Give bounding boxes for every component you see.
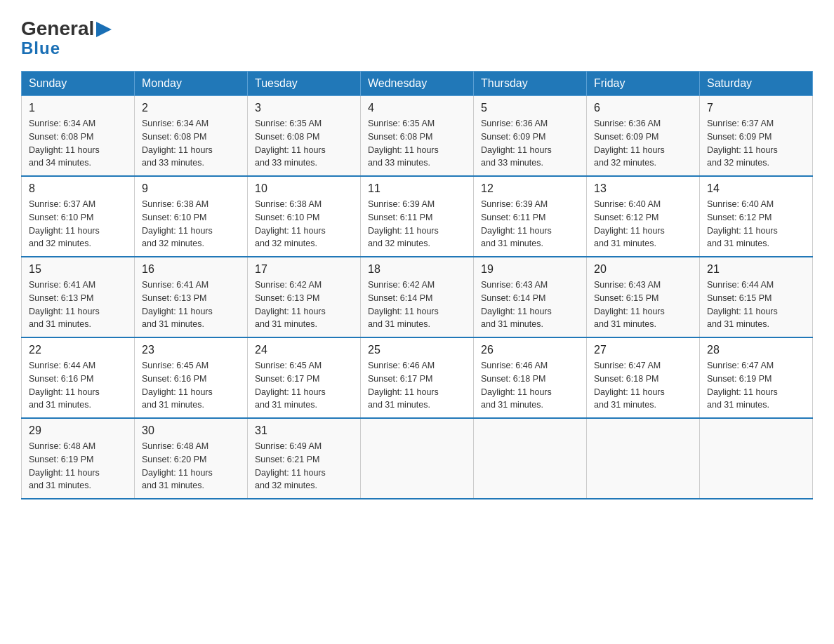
logo-general: General xyxy=(21,18,94,40)
day-info: Sunrise: 6:37 AMSunset: 6:09 PMDaylight:… xyxy=(707,117,805,170)
logo-line1: General xyxy=(21,18,112,40)
weekday-header-wednesday: Wednesday xyxy=(361,72,474,96)
day-info: Sunrise: 6:44 AMSunset: 6:15 PMDaylight:… xyxy=(707,279,805,331)
day-info: Sunrise: 6:43 AMSunset: 6:15 PMDaylight:… xyxy=(594,279,692,331)
day-info: Sunrise: 6:35 AMSunset: 6:08 PMDaylight:… xyxy=(368,117,466,170)
day-number: 7 xyxy=(707,102,805,114)
day-number: 21 xyxy=(707,263,805,276)
day-info: Sunrise: 6:40 AMSunset: 6:12 PMDaylight:… xyxy=(594,198,692,250)
calendar-cell: 27 Sunrise: 6:47 AMSunset: 6:18 PMDaylig… xyxy=(587,337,700,418)
day-info: Sunrise: 6:47 AMSunset: 6:19 PMDaylight:… xyxy=(707,359,805,412)
day-number: 20 xyxy=(594,263,692,276)
weekday-header-row: SundayMondayTuesdayWednesdayThursdayFrid… xyxy=(22,72,813,96)
day-number: 31 xyxy=(255,424,353,437)
day-number: 15 xyxy=(29,263,127,276)
calendar-cell: 17 Sunrise: 6:42 AMSunset: 6:13 PMDaylig… xyxy=(248,257,361,337)
day-info: Sunrise: 6:42 AMSunset: 6:13 PMDaylight:… xyxy=(255,279,353,331)
calendar-cell: 9 Sunrise: 6:38 AMSunset: 6:10 PMDayligh… xyxy=(135,176,248,257)
day-info: Sunrise: 6:45 AMSunset: 6:17 PMDaylight:… xyxy=(255,359,353,412)
calendar-cell: 25 Sunrise: 6:46 AMSunset: 6:17 PMDaylig… xyxy=(361,337,474,418)
calendar-cell: 5 Sunrise: 6:36 AMSunset: 6:09 PMDayligh… xyxy=(474,96,587,177)
calendar-cell: 28 Sunrise: 6:47 AMSunset: 6:19 PMDaylig… xyxy=(700,337,813,418)
calendar-cell xyxy=(587,418,700,499)
weekday-header-friday: Friday xyxy=(587,72,700,96)
logo-blue-label: Blue xyxy=(21,39,60,58)
day-info: Sunrise: 6:48 AMSunset: 6:19 PMDaylight:… xyxy=(29,440,127,492)
page-header: General Blue xyxy=(21,14,813,58)
calendar-cell: 2 Sunrise: 6:34 AMSunset: 6:08 PMDayligh… xyxy=(135,96,248,177)
calendar-cell: 6 Sunrise: 6:36 AMSunset: 6:09 PMDayligh… xyxy=(587,96,700,177)
calendar-week-row: 29 Sunrise: 6:48 AMSunset: 6:19 PMDaylig… xyxy=(22,418,813,499)
day-number: 29 xyxy=(29,424,127,437)
calendar-cell xyxy=(700,418,813,499)
calendar-week-row: 15 Sunrise: 6:41 AMSunset: 6:13 PMDaylig… xyxy=(22,257,813,337)
calendar-cell: 3 Sunrise: 6:35 AMSunset: 6:08 PMDayligh… xyxy=(248,96,361,177)
day-number: 22 xyxy=(29,344,127,356)
day-info: Sunrise: 6:49 AMSunset: 6:21 PMDaylight:… xyxy=(255,440,353,492)
day-info: Sunrise: 6:35 AMSunset: 6:08 PMDaylight:… xyxy=(255,117,353,170)
calendar-cell: 14 Sunrise: 6:40 AMSunset: 6:12 PMDaylig… xyxy=(700,176,813,257)
day-info: Sunrise: 6:46 AMSunset: 6:17 PMDaylight:… xyxy=(368,359,466,412)
day-info: Sunrise: 6:47 AMSunset: 6:18 PMDaylight:… xyxy=(594,359,692,412)
logo-line2: Blue xyxy=(21,39,60,58)
calendar-cell: 24 Sunrise: 6:45 AMSunset: 6:17 PMDaylig… xyxy=(248,337,361,418)
day-number: 17 xyxy=(255,263,353,276)
day-number: 26 xyxy=(481,344,579,356)
day-number: 13 xyxy=(594,182,692,195)
calendar-cell: 22 Sunrise: 6:44 AMSunset: 6:16 PMDaylig… xyxy=(22,337,135,418)
day-info: Sunrise: 6:46 AMSunset: 6:18 PMDaylight:… xyxy=(481,359,579,412)
day-number: 5 xyxy=(481,102,579,114)
day-info: Sunrise: 6:34 AMSunset: 6:08 PMDaylight:… xyxy=(29,117,127,170)
day-number: 8 xyxy=(29,182,127,195)
calendar-cell: 8 Sunrise: 6:37 AMSunset: 6:10 PMDayligh… xyxy=(22,176,135,257)
day-number: 2 xyxy=(142,102,240,114)
day-number: 3 xyxy=(255,102,353,114)
calendar-cell xyxy=(474,418,587,499)
day-number: 27 xyxy=(594,344,692,356)
day-info: Sunrise: 6:36 AMSunset: 6:09 PMDaylight:… xyxy=(594,117,692,170)
calendar-cell: 16 Sunrise: 6:41 AMSunset: 6:13 PMDaylig… xyxy=(135,257,248,337)
calendar-cell: 15 Sunrise: 6:41 AMSunset: 6:13 PMDaylig… xyxy=(22,257,135,337)
calendar-week-row: 1 Sunrise: 6:34 AMSunset: 6:08 PMDayligh… xyxy=(22,96,813,177)
day-info: Sunrise: 6:37 AMSunset: 6:10 PMDaylight:… xyxy=(29,198,127,250)
calendar-cell: 30 Sunrise: 6:48 AMSunset: 6:20 PMDaylig… xyxy=(135,418,248,499)
day-info: Sunrise: 6:43 AMSunset: 6:14 PMDaylight:… xyxy=(481,279,579,331)
day-number: 9 xyxy=(142,182,240,195)
calendar-cell: 23 Sunrise: 6:45 AMSunset: 6:16 PMDaylig… xyxy=(135,337,248,418)
logo-triangle-icon xyxy=(96,22,112,37)
day-number: 4 xyxy=(368,102,466,114)
calendar-week-row: 22 Sunrise: 6:44 AMSunset: 6:16 PMDaylig… xyxy=(22,337,813,418)
calendar-cell: 21 Sunrise: 6:44 AMSunset: 6:15 PMDaylig… xyxy=(700,257,813,337)
calendar-cell: 10 Sunrise: 6:38 AMSunset: 6:10 PMDaylig… xyxy=(248,176,361,257)
day-number: 14 xyxy=(707,182,805,195)
day-number: 10 xyxy=(255,182,353,195)
day-info: Sunrise: 6:38 AMSunset: 6:10 PMDaylight:… xyxy=(255,198,353,250)
day-number: 18 xyxy=(368,263,466,276)
day-info: Sunrise: 6:42 AMSunset: 6:14 PMDaylight:… xyxy=(368,279,466,331)
calendar-cell: 20 Sunrise: 6:43 AMSunset: 6:15 PMDaylig… xyxy=(587,257,700,337)
calendar-cell: 11 Sunrise: 6:39 AMSunset: 6:11 PMDaylig… xyxy=(361,176,474,257)
weekday-header-saturday: Saturday xyxy=(700,72,813,96)
day-info: Sunrise: 6:38 AMSunset: 6:10 PMDaylight:… xyxy=(142,198,240,250)
calendar-cell xyxy=(361,418,474,499)
day-info: Sunrise: 6:44 AMSunset: 6:16 PMDaylight:… xyxy=(29,359,127,412)
day-info: Sunrise: 6:39 AMSunset: 6:11 PMDaylight:… xyxy=(481,198,579,250)
weekday-header-sunday: Sunday xyxy=(22,72,135,96)
day-info: Sunrise: 6:39 AMSunset: 6:11 PMDaylight:… xyxy=(368,198,466,250)
day-info: Sunrise: 6:41 AMSunset: 6:13 PMDaylight:… xyxy=(29,279,127,331)
day-info: Sunrise: 6:45 AMSunset: 6:16 PMDaylight:… xyxy=(142,359,240,412)
calendar-cell: 1 Sunrise: 6:34 AMSunset: 6:08 PMDayligh… xyxy=(22,96,135,177)
calendar-cell: 26 Sunrise: 6:46 AMSunset: 6:18 PMDaylig… xyxy=(474,337,587,418)
day-number: 28 xyxy=(707,344,805,356)
day-info: Sunrise: 6:36 AMSunset: 6:09 PMDaylight:… xyxy=(481,117,579,170)
day-number: 1 xyxy=(29,102,127,114)
day-number: 19 xyxy=(481,263,579,276)
day-number: 12 xyxy=(481,182,579,195)
weekday-header-thursday: Thursday xyxy=(474,72,587,96)
day-number: 23 xyxy=(142,344,240,356)
calendar-cell: 29 Sunrise: 6:48 AMSunset: 6:19 PMDaylig… xyxy=(22,418,135,499)
day-info: Sunrise: 6:48 AMSunset: 6:20 PMDaylight:… xyxy=(142,440,240,492)
day-info: Sunrise: 6:40 AMSunset: 6:12 PMDaylight:… xyxy=(707,198,805,250)
day-info: Sunrise: 6:41 AMSunset: 6:13 PMDaylight:… xyxy=(142,279,240,331)
calendar-cell: 18 Sunrise: 6:42 AMSunset: 6:14 PMDaylig… xyxy=(361,257,474,337)
